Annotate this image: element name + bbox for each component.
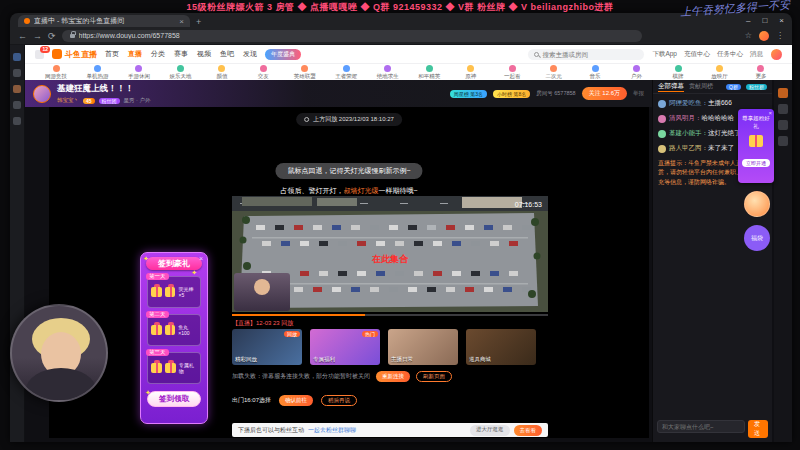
category-item[interactable]: 音乐 <box>576 65 614 80</box>
sidebar-app-icon[interactable] <box>13 69 21 77</box>
hourly-rank-badge[interactable]: 小时榜 第8名 <box>493 90 530 98</box>
chat-tabs: 全部弹幕 贡献周榜 Q群 粉丝群 <box>653 80 772 94</box>
streamer-cam-thumbnail <box>234 273 290 311</box>
nav-video[interactable]: 视频 <box>197 49 211 59</box>
feedback-icon[interactable] <box>778 136 788 146</box>
tab-all-danmu[interactable]: 全部弹幕 <box>658 82 684 92</box>
refresh-page-button[interactable]: 刷新页面 <box>416 371 452 382</box>
follow-button[interactable]: 关注 12.6万 <box>582 87 627 100</box>
category-item[interactable]: 网游竞技 <box>37 65 75 80</box>
category-item[interactable]: 原神 <box>452 65 490 80</box>
category-item[interactable]: 娱乐天地 <box>161 65 199 80</box>
browser-menu-icon[interactable]: ⋮ <box>776 31 784 40</box>
event-promo-capsule[interactable]: 年度盛典 <box>265 49 301 60</box>
category-item[interactable]: 英雄联盟 <box>286 65 324 80</box>
fans-group-chip[interactable]: 粉丝群 <box>746 84 767 90</box>
maximize-button[interactable]: □ <box>762 16 767 25</box>
promo-open-button[interactable]: 立即开通 <box>742 159 770 167</box>
category-item[interactable]: 单机热游 <box>78 65 116 80</box>
qq-group-chip[interactable]: Q群 <box>726 84 741 90</box>
reconnect-button[interactable]: 重新连接 <box>376 371 410 382</box>
search-input[interactable] <box>542 51 638 58</box>
chat-input[interactable] <box>657 420 745 433</box>
video-player[interactable]: 上方回放 2023/12/03 18:10:27 鼠标点回退，记得关灯光缓慢刷新… <box>49 107 649 438</box>
nav-yuba[interactable]: 鱼吧 <box>220 49 234 59</box>
recommend-card[interactable]: 道具商城 <box>466 329 536 365</box>
sidebar-app-icon[interactable] <box>13 85 21 93</box>
signin-day-row[interactable]: 第三天 专属礼物 <box>147 352 201 384</box>
room-title: 基建狂魔上线！！！ <box>57 83 150 95</box>
close-button[interactable]: × <box>779 16 784 25</box>
category-item[interactable]: 王者荣耀 <box>327 65 365 80</box>
sidebar-app-icon[interactable] <box>13 101 21 109</box>
category-item[interactable]: 一起看 <box>493 65 531 80</box>
go-see-button[interactable]: 去看看 <box>514 425 543 436</box>
category-item[interactable]: 绝地求生 <box>369 65 407 80</box>
category-item[interactable]: 手游休闲 <box>120 65 158 80</box>
nav-category[interactable]: 分类 <box>151 49 165 59</box>
later-button[interactable]: 稍后再说 <box>321 395 357 406</box>
category-item[interactable]: 和平精英 <box>410 65 448 80</box>
bookmark-star-icon[interactable]: ☆ <box>745 31 752 40</box>
nav-esports[interactable]: 赛事 <box>174 49 188 59</box>
lucky-bag-widget[interactable]: 福袋 <box>744 225 770 251</box>
back-icon[interactable]: ← <box>18 31 27 41</box>
category-icon <box>592 65 599 72</box>
tab-contribution-rank[interactable]: 贡献周榜 <box>689 82 713 91</box>
user-avatar[interactable] <box>771 49 782 60</box>
fans-group-link[interactable]: 一起去粉丝群聊聊 <box>308 426 356 435</box>
douyu-logo[interactable]: 斗鱼直播 <box>52 49 97 60</box>
streamer-name[interactable]: 韩宝宝丶 <box>57 97 79 104</box>
download-app-link[interactable]: 下载App <box>652 50 677 59</box>
browser-tab[interactable]: 直播中 - 韩宝宝的斗鱼直播间 × <box>18 15 190 27</box>
send-button[interactable]: 发送 <box>748 420 768 438</box>
recharge-link[interactable]: 充值中心 <box>684 50 710 59</box>
task-icon[interactable] <box>778 120 788 130</box>
browser-profile-avatar[interactable] <box>759 31 769 41</box>
signin-gift-panel[interactable]: × ✦ ✦ ✦ 签到豪礼 第一天 荧光棒×5 第二天 鱼丸×100 第三天 <box>140 252 208 424</box>
fans-club-badge[interactable]: 粉丝团 <box>99 98 120 104</box>
site-favicon-icon <box>24 18 30 24</box>
tab-close-icon[interactable]: × <box>179 17 184 26</box>
streamer-avatar[interactable] <box>33 85 51 103</box>
refresh-icon[interactable]: ⟳ <box>48 31 56 41</box>
signin-day-row[interactable]: 第二天 鱼丸×100 <box>147 314 201 346</box>
category-item[interactable]: 交友 <box>244 65 282 80</box>
signin-claim-button[interactable]: 签到领取 <box>147 391 201 407</box>
message-link[interactable]: 消息 <box>750 50 763 59</box>
sidebar-app-icon[interactable] <box>13 53 21 61</box>
category-item[interactable]: 放映厅 <box>701 65 739 80</box>
category-item-more[interactable]: 更多 <box>742 65 780 80</box>
search-box[interactable] <box>528 49 644 60</box>
new-tab-button[interactable]: + <box>196 17 201 27</box>
category-item[interactable]: 颜值 <box>203 65 241 80</box>
category-item[interactable]: 户外 <box>618 65 656 80</box>
nav-live[interactable]: 直播 <box>128 49 142 59</box>
super-fan-promo-card[interactable]: × 尊享超粉好礼 立即开通 <box>738 109 774 183</box>
nav-home[interactable]: 首页 <box>105 49 119 59</box>
weekly-star-badge[interactable]: 周星榜 第3名 <box>450 90 487 98</box>
confirm-go-button[interactable]: 确认前往 <box>279 395 313 406</box>
nav-discover[interactable]: 发现 <box>243 49 257 59</box>
category-item[interactable]: 二次元 <box>535 65 573 80</box>
sidebar-app-icon[interactable] <box>13 117 21 125</box>
lobby-button[interactable]: 进大厅逛逛 <box>470 425 510 436</box>
url-field[interactable]: https://www.douyu.com/6577858 <box>62 30 642 42</box>
report-link[interactable]: 举报 <box>633 90 644 97</box>
video-progress-bar[interactable] <box>232 314 548 316</box>
recommend-card[interactable]: 回放 精彩回放 <box>232 329 302 365</box>
signin-close-icon[interactable]: × <box>199 255 203 262</box>
recommend-card[interactable]: 热门 专属福利 <box>310 329 380 365</box>
signin-day-row[interactable]: 第一天 荧光棒×5 <box>147 276 201 308</box>
recharge-icon[interactable] <box>778 88 788 98</box>
category-item[interactable]: 棋牌 <box>659 65 697 80</box>
task-center-link[interactable]: 任务中心 <box>717 50 743 59</box>
promo-close-icon[interactable]: × <box>768 110 772 116</box>
category-icon <box>426 65 433 72</box>
forward-icon[interactable]: → <box>33 31 42 41</box>
minimize-button[interactable]: – <box>746 16 750 25</box>
notification-icon[interactable]: 12 <box>35 50 44 59</box>
gift-icon[interactable] <box>778 104 788 114</box>
mascot-widget[interactable] <box>744 191 770 217</box>
recommend-card[interactable]: 主播日常 <box>388 329 458 365</box>
